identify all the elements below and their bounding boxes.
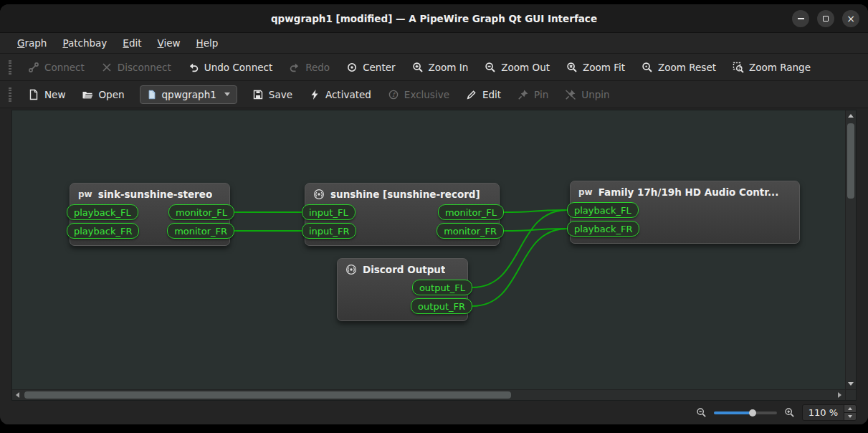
- node-title: Discord Output: [363, 264, 445, 275]
- unpin-button[interactable]: Unpin: [558, 85, 616, 105]
- maximize-button[interactable]: [817, 10, 834, 27]
- graph-node-discord-output[interactable]: Discord Output output_FL output_FR: [337, 258, 468, 321]
- zoom-fit-button[interactable]: Zoom Fit: [559, 57, 632, 77]
- horizontal-scroll-track[interactable]: [23, 390, 834, 400]
- port-input[interactable]: playback_FR: [567, 221, 639, 237]
- arrow-up-icon: [848, 407, 852, 410]
- node-header: Discord Output: [338, 259, 467, 277]
- open-label: Open: [98, 89, 124, 100]
- connect-button[interactable]: Connect: [21, 57, 92, 77]
- toolbar-grip[interactable]: [9, 87, 11, 102]
- exclusive-f-icon: f: [388, 89, 399, 100]
- menu-help[interactable]: Help: [189, 34, 226, 52]
- exclusive-button[interactable]: f Exclusive: [381, 85, 457, 105]
- horizontal-scrollbar[interactable]: [12, 389, 845, 400]
- zoom-in-button[interactable]: Zoom In: [405, 57, 476, 77]
- minimize-icon: [798, 18, 804, 19]
- save-floppy-icon: [252, 89, 264, 100]
- arrow-up-icon: [848, 114, 854, 118]
- scroll-down-button[interactable]: [846, 379, 856, 389]
- magnifier-minus-icon: [485, 62, 496, 73]
- magnifier-reset-icon: [642, 62, 653, 73]
- disconnect-plug-icon: [101, 62, 113, 73]
- save-label: Save: [269, 89, 292, 100]
- center-button[interactable]: Center: [339, 57, 402, 77]
- menu-graph[interactable]: Graph: [10, 34, 54, 52]
- port-input[interactable]: input_FR: [302, 223, 356, 239]
- new-button[interactable]: New: [21, 85, 72, 105]
- zoom-reset-label: Zoom Reset: [658, 62, 716, 73]
- connections-layer: [12, 110, 845, 389]
- close-button[interactable]: ×: [842, 10, 859, 27]
- zoom-range-button[interactable]: Zoom Range: [725, 57, 818, 77]
- menu-patchbay[interactable]: Patchbay: [55, 34, 114, 52]
- menu-view[interactable]: View: [151, 34, 188, 52]
- scroll-right-button[interactable]: [834, 390, 845, 400]
- horizontal-scroll-handle[interactable]: [24, 391, 511, 399]
- toolbar-file: New Open qpwgraph1 Save: [0, 81, 868, 108]
- pin-button[interactable]: Pin: [510, 85, 555, 105]
- window-title: qpwgraph1 [modified] — A PipeWire Graph …: [271, 13, 597, 24]
- port-row: output_FR: [338, 298, 467, 314]
- open-button[interactable]: Open: [75, 85, 131, 105]
- port-input[interactable]: input_FL: [302, 204, 356, 220]
- toolbar-grip[interactable]: [9, 60, 11, 75]
- port-input[interactable]: playback_FL: [567, 202, 639, 218]
- vertical-scrollbar[interactable]: [845, 110, 856, 389]
- node-header: sunshine [sunshine-record]: [305, 184, 499, 202]
- zoom-reset-button[interactable]: Zoom Reset: [634, 57, 723, 77]
- undo-connect-label: Undo Connect: [204, 62, 272, 73]
- connection-wire[interactable]: [504, 229, 567, 231]
- port-output[interactable]: monitor_FR: [167, 223, 234, 239]
- zoom-spin-buttons: [844, 405, 856, 420]
- graph-canvas[interactable]: pw sink-sunshine-stereo playback_FL moni…: [12, 110, 845, 389]
- undo-connect-button[interactable]: Undo Connect: [181, 57, 280, 77]
- titlebar: qpwgraph1 [modified] — A PipeWire Graph …: [0, 4, 868, 33]
- scroll-up-button[interactable]: [846, 110, 856, 121]
- minimize-button[interactable]: [792, 10, 809, 27]
- menu-edit[interactable]: Edit: [115, 34, 148, 52]
- port-row: input_FR monitor_FR: [305, 223, 499, 239]
- scrollbar-corner: [845, 389, 856, 400]
- patchbay-selector[interactable]: qpwgraph1: [140, 85, 237, 104]
- zoom-slider[interactable]: [714, 408, 777, 418]
- save-button[interactable]: Save: [245, 85, 300, 105]
- edit-button[interactable]: Edit: [459, 85, 508, 105]
- graph-node-sunshine[interactable]: sunshine [sunshine-record] input_FL moni…: [305, 183, 500, 246]
- node-title: sink-sunshine-stereo: [98, 189, 213, 200]
- connection-wire[interactable]: [504, 210, 567, 212]
- port-row: input_FL monitor_FL: [305, 204, 499, 220]
- zoom-slider-handle[interactable]: [749, 409, 756, 417]
- maximize-icon: [823, 16, 829, 22]
- zoom-increment-button[interactable]: [844, 405, 856, 412]
- port-output[interactable]: output_FR: [411, 298, 472, 314]
- graph-node-sink-sunshine-stereo[interactable]: pw sink-sunshine-stereo playback_FL moni…: [70, 183, 230, 246]
- magnifier-range-icon: [733, 62, 744, 73]
- zoom-spinbox[interactable]: 110 %: [802, 404, 857, 421]
- pipewire-icon: pw: [78, 189, 92, 200]
- zoom-out-button[interactable]: Zoom Out: [477, 57, 557, 77]
- scroll-left-button[interactable]: [12, 390, 23, 400]
- port-input[interactable]: playback_FR: [67, 223, 139, 239]
- port-output[interactable]: monitor_FL: [168, 204, 234, 220]
- unpin-icon: [565, 89, 576, 100]
- lightning-icon: [309, 89, 320, 100]
- node-ports: playback_FL playback_FR: [571, 200, 799, 243]
- vertical-scroll-handle[interactable]: [847, 123, 854, 199]
- port-input[interactable]: playback_FL: [67, 204, 138, 220]
- pencil-icon: [466, 89, 477, 100]
- new-label: New: [44, 89, 65, 100]
- redo-icon: [289, 62, 300, 73]
- graph-node-family-hd-audio[interactable]: pw Family 17h/19h HD Audio Contr... play…: [570, 181, 800, 244]
- vertical-scroll-track[interactable]: [846, 121, 856, 379]
- port-output[interactable]: monitor_FL: [438, 204, 504, 220]
- disconnect-button[interactable]: Disconnect: [94, 57, 178, 77]
- port-output[interactable]: monitor_FR: [437, 223, 504, 239]
- zoom-out-label: Zoom Out: [501, 62, 550, 73]
- zoom-decrement-button[interactable]: [844, 412, 856, 420]
- node-ports: input_FL monitor_FL input_FR monitor_FR: [305, 202, 499, 245]
- port-output[interactable]: output_FL: [412, 280, 472, 295]
- undo-icon: [188, 62, 199, 73]
- redo-button[interactable]: Redo: [282, 57, 337, 77]
- activated-button[interactable]: Activated: [302, 85, 378, 105]
